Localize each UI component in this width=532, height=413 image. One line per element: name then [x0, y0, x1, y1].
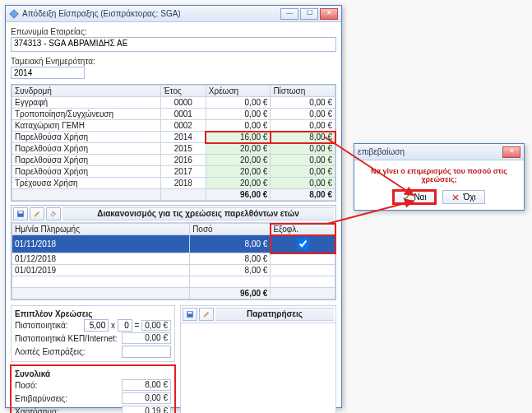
totals-title: Συνολικά — [15, 369, 171, 378]
totals-panel: Συνολικά Ποσό:8,00 € Επιβαρύνσεις:0,00 €… — [11, 365, 175, 413]
save-icon-button[interactable] — [13, 207, 28, 220]
col-paid[interactable]: Εξοφλ. — [271, 224, 335, 235]
table-row — [12, 276, 335, 288]
stamp-value: 0,19 € — [122, 406, 171, 413]
col-year[interactable]: Έτος — [160, 86, 206, 97]
col-charge[interactable]: Χρέωση — [206, 86, 271, 97]
extra-title: Επιπλέον Χρεώσεις — [15, 309, 171, 318]
col-credit[interactable]: Πίστωση — [271, 86, 335, 97]
totals-row: 96,00 € — [12, 288, 335, 299]
subscriptions-grid[interactable]: Συνδρομή Έτος Χρέωση Πίστωση Εγγραφή0000… — [11, 84, 336, 202]
svg-marker-0 — [10, 9, 19, 18]
check-icon — [402, 193, 410, 202]
col-subscription[interactable]: Συνδρομή — [12, 86, 161, 97]
notes-title: Παρατηρήσεις — [215, 308, 334, 321]
company-input[interactable]: 374313 - SGA ΑΒΡΑΜΙΔΗΣ ΑΕ — [11, 37, 336, 52]
table-row[interactable]: 01/11/20188,00 € — [12, 235, 335, 253]
kep-total: 0,00 € — [122, 332, 171, 344]
surcharge-value: 0,00 € — [122, 392, 171, 404]
table-row[interactable]: Εγγραφή00000,00 €0,00 € — [12, 97, 335, 109]
cert-price-input[interactable] — [84, 319, 109, 332]
other-label: Λοιπές Εισπράξεις: — [15, 347, 86, 356]
app-icon — [9, 9, 19, 19]
company-label: Επωνυμία Εταιρείας: — [11, 27, 336, 36]
table-row[interactable]: Παρελθούσα Χρήση201620,00 €0,00 € — [12, 155, 335, 166]
attach-icon-button[interactable] — [46, 207, 61, 220]
kep-label: Πιστοποιητικά ΚΕΠ/Internet: — [15, 334, 118, 343]
fiscal-label: Ταμειακή Ενημερότητα: — [11, 57, 336, 66]
col-amount[interactable]: Ποσό — [190, 224, 271, 235]
table-row[interactable]: Τρέχουσα Χρήση201820,00 €0,00 € — [12, 178, 335, 189]
notes-textarea[interactable] — [180, 323, 336, 413]
cert-total: 0,00 € — [141, 320, 171, 331]
installments-title: Διακανονισμός για τις χρεώσεις παρελθόντ… — [62, 207, 334, 220]
dialog-yes-button[interactable]: Ναι — [393, 190, 435, 204]
other-input[interactable] — [122, 346, 171, 358]
dialog-no-button[interactable]: Όχι — [442, 190, 484, 204]
installments-panel: Διακανονισμός για τις χρεώσεις παρελθόντ… — [11, 205, 336, 300]
svg-rect-2 — [19, 211, 23, 214]
table-row[interactable]: Παρελθούσα Χρήση201520,00 €0,00 € — [12, 143, 335, 155]
cert-label: Πιστοποιητικά: — [15, 321, 68, 330]
svg-rect-4 — [188, 312, 192, 314]
fiscal-year-input[interactable] — [11, 67, 85, 79]
dialog-title: επιβεβαίωση — [358, 147, 405, 156]
table-row[interactable]: 01/01/20198,00 € — [12, 265, 335, 276]
totals-row: 96,00 €8,00 € — [12, 189, 335, 201]
cert-qty-input[interactable] — [118, 319, 132, 332]
extra-charges-panel: Επιπλέον Χρεώσεις Πιστοποιητικά: x = 0,0… — [11, 305, 175, 362]
table-row[interactable]: Παρελθούσα Χρήση201416,00 €8,00 € — [12, 132, 335, 143]
col-date[interactable]: Ημ/νία Πληρωμής — [12, 224, 190, 235]
edit-icon-button[interactable] — [30, 207, 44, 220]
stamp-label: Χαρτόσημο: — [15, 407, 58, 414]
table-row[interactable]: 01/12/20188,00 € — [12, 253, 335, 265]
table-row[interactable]: Παρελθούσα Χρήση201720,00 €0,00 € — [12, 166, 335, 178]
paid-checkbox[interactable] — [298, 239, 308, 249]
dialog-message: Να γίνει ο επιμερισμός του ποσού στις χρ… — [359, 165, 519, 190]
table-row[interactable]: Καταχώριση ΓΕΜΗ00020,00 €0,00 € — [12, 120, 335, 132]
x-icon — [451, 193, 460, 202]
amount-value: 8,00 € — [122, 379, 171, 391]
notes-edit-button[interactable] — [199, 308, 214, 321]
close-button[interactable]: ✕ — [320, 8, 338, 20]
minimize-button[interactable]: — — [280, 8, 298, 20]
surcharge-label: Επιβαρύνσεις: — [15, 394, 67, 403]
maximize-button[interactable]: ☐ — [300, 8, 318, 20]
dialog-close-button[interactable]: ✕ — [502, 146, 520, 158]
amount-label: Ποσό: — [15, 381, 37, 390]
table-row[interactable]: Τροποποίηση/Συγχώνευση00010,00 €0,00 € — [12, 109, 335, 120]
notes-save-button[interactable] — [183, 308, 197, 321]
window-title: Απόδειξη Είσπραξης (Εισπράκτορας: SGA) — [22, 9, 181, 18]
